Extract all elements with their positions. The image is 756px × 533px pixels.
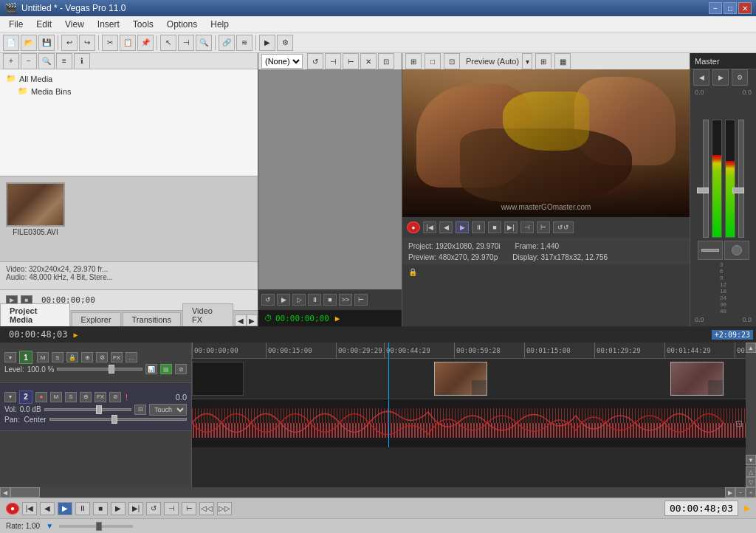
timeline-right-scrollbar[interactable]: ▲ ▼ △ ▽ [746, 343, 756, 487]
menu-tools[interactable]: Tools [127, 18, 159, 31]
next-marker-button-bottom[interactable]: ⊢ [182, 502, 196, 515]
remove-media-button[interactable]: − [21, 53, 37, 69]
next-events-button[interactable]: ▷▷ [217, 502, 232, 515]
trim-next2-button[interactable]: ⊢ [354, 294, 368, 306]
scroll-track-v[interactable] [746, 353, 756, 455]
scroll-up-button[interactable]: ▲ [746, 343, 756, 353]
record-button-bottom[interactable]: ● [6, 503, 19, 515]
auto-ripple[interactable]: ≋ [236, 35, 252, 51]
zoom-tool[interactable]: 🔍 [196, 35, 212, 51]
hscroll-track[interactable] [10, 487, 725, 498]
track-disable-button-2[interactable]: ⊘ [109, 392, 121, 402]
preview-mode-dropdown[interactable]: ▾ [522, 53, 532, 69]
pan-slider-2[interactable] [49, 418, 187, 421]
record-button[interactable]: ● [407, 221, 420, 233]
new-button[interactable]: 📄 [3, 35, 19, 51]
media-props-button[interactable]: ℹ [74, 53, 90, 69]
trim-expand-button[interactable]: ⊡ [378, 53, 394, 69]
tab-project-media[interactable]: Project Media [0, 303, 70, 326]
trim-next-button[interactable]: >> [339, 294, 352, 306]
scroll-page-down[interactable]: ▽ [746, 477, 756, 487]
trim-in-button[interactable]: ⊣ [325, 53, 341, 69]
pause-button-bottom[interactable]: ⏸ [75, 502, 90, 515]
mixer-prev-button[interactable]: ◀ [693, 69, 709, 86]
paste-button[interactable]: 📌 [137, 35, 154, 51]
menu-insert[interactable]: Insert [92, 18, 126, 31]
track-record-button-2[interactable]: ● [35, 392, 47, 402]
copy-button[interactable]: 📋 [120, 35, 136, 51]
trim-stop-button[interactable]: ■ [323, 294, 337, 306]
vol-slider-2[interactable] [44, 408, 131, 411]
track-more-button-2[interactable]: ⊕ [80, 392, 92, 402]
tree-item-media-bins[interactable]: 📁 Media Bins [3, 85, 255, 97]
pause-button[interactable]: ⏸ [472, 221, 485, 233]
view-toggle-button[interactable]: ≡ [56, 53, 72, 69]
snap-button[interactable]: 🔗 [219, 35, 235, 51]
menu-view[interactable]: View [59, 18, 90, 31]
track-mute-button-2[interactable]: M [50, 392, 62, 402]
preview-grid-overlay[interactable]: ⊞ [535, 53, 551, 69]
tab-video-fx[interactable]: Video FX [182, 303, 233, 326]
track-expand-button-2[interactable]: ▾ [4, 392, 16, 402]
video-clip-crowd-2[interactable] [670, 362, 724, 396]
trim-play-out-button[interactable]: ▷ [292, 294, 306, 306]
track-solo-button-2[interactable]: S [65, 392, 77, 402]
tab-explorer[interactable]: Explorer [72, 312, 121, 326]
rate-slider-thumb[interactable] [96, 522, 102, 531]
media-thumb-file0305[interactable]: FILE0305.AVI [6, 182, 65, 255]
track-fx-button-1[interactable]: FX [111, 352, 123, 362]
loop-button[interactable]: ↺↺ [553, 221, 574, 233]
fader-track-left[interactable] [703, 120, 709, 238]
trim-play-button[interactable]: ▶ [277, 294, 290, 306]
track-lock-button-1[interactable]: 🔒 [66, 352, 78, 362]
hscroll-right-button[interactable]: ▶ [725, 487, 735, 498]
timeline-hscroll[interactable]: ◀ ▶ − + [0, 487, 756, 498]
trim-loop-button[interactable]: ↺ [307, 53, 323, 69]
trim-out-button[interactable]: ⊢ [343, 53, 359, 69]
track-disable-button-1[interactable]: ⊘ [175, 364, 187, 374]
prev-frame-button-bottom[interactable]: ◀ [40, 502, 55, 515]
fader-knob-right[interactable] [732, 188, 744, 193]
track-composite-button[interactable]: ⊕ [81, 352, 93, 362]
track-fx-button-2[interactable]: FX [94, 392, 106, 402]
open-button[interactable]: 📂 [21, 35, 37, 51]
level-slider-thumb-1[interactable] [109, 365, 114, 374]
redo-button[interactable]: ↪ [79, 35, 95, 51]
video-clip-black[interactable] [192, 362, 244, 396]
next-frame-button-bottom[interactable]: ▶ [111, 502, 126, 515]
rate-slider[interactable] [59, 525, 133, 528]
pan-slider-thumb-2[interactable] [111, 415, 117, 424]
hscroll-left-button[interactable]: ◀ [0, 487, 10, 498]
zoom-out-button[interactable]: − [735, 487, 746, 498]
video-track-area[interactable] [192, 359, 746, 399]
mixer-fader-btn[interactable] [698, 241, 723, 260]
track-settings-button-1[interactable]: ⚙ [96, 352, 108, 362]
trim-pause-button[interactable]: ⏸ [308, 294, 321, 306]
menu-edit[interactable]: Edit [30, 18, 58, 31]
preview-safe-area[interactable]: ▦ [554, 53, 571, 69]
touch-mode-select[interactable]: Touch Latch Write Read [149, 404, 187, 416]
render-button[interactable]: ▶ [259, 35, 275, 51]
go-end-button-bottom[interactable]: ▶| [128, 502, 143, 515]
mixer-next-button[interactable]: ▶ [712, 69, 729, 86]
stop-button[interactable]: ■ [488, 221, 501, 233]
maximize-button[interactable]: □ [724, 2, 737, 14]
fader-knob-left[interactable] [697, 188, 709, 193]
add-media-button[interactable]: + [3, 53, 19, 69]
trim-rewind-button[interactable]: ↺ [261, 294, 275, 306]
stop-button-bottom[interactable]: ■ [93, 502, 108, 515]
preview-view-button[interactable]: □ [425, 53, 441, 69]
track-mute-button-1[interactable]: M [37, 352, 49, 362]
track-more-button-1[interactable]: … [126, 352, 137, 362]
go-end-button[interactable]: ▶| [504, 221, 518, 233]
hscroll-thumb[interactable] [10, 487, 40, 498]
search-media-button[interactable]: 🔍 [38, 53, 55, 69]
vol-slider-thumb-2[interactable] [96, 405, 102, 414]
undo-button[interactable]: ↩ [61, 35, 78, 51]
mixer-settings-button[interactable]: ⚙ [732, 69, 748, 86]
close-button[interactable]: ✕ [738, 2, 752, 14]
track-env-icon-2[interactable]: ⊡ [134, 405, 146, 415]
track-expand-button-1[interactable]: ▾ [4, 352, 16, 362]
select-tool[interactable]: ↖ [160, 35, 176, 51]
minimize-button[interactable]: − [709, 2, 722, 14]
